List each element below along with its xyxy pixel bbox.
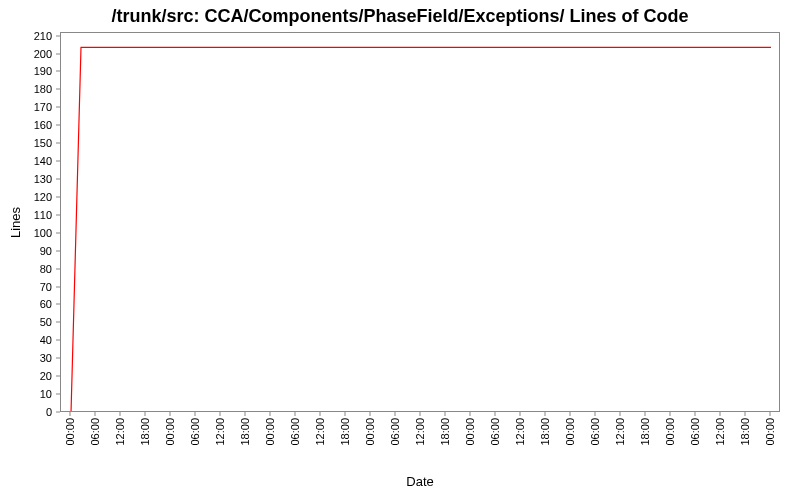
x-tick-label: 06:00 [289,418,301,446]
y-tick-label: 10 [40,388,52,400]
x-tick-mark [120,412,121,416]
x-tick-mark [520,412,521,416]
x-tick-mark [270,412,271,416]
x-tick-label: 06:00 [189,418,201,446]
y-tick-label: 210 [34,30,52,42]
y-tick-label: 160 [34,119,52,131]
x-tick-label: 06:00 [689,418,701,446]
y-tick-label: 50 [40,316,52,328]
y-tick-label: 60 [40,298,52,310]
y-tick-label: 200 [34,48,52,60]
x-tick-label: 12:00 [314,418,326,446]
x-tick-mark [70,412,71,416]
x-tick-mark [570,412,571,416]
x-tick-label: 12:00 [614,418,626,446]
x-tick-label: 18:00 [239,418,251,446]
y-tick-label: 110 [34,209,52,221]
x-tick-mark [670,412,671,416]
y-tick-label: 130 [34,173,52,185]
x-tick-label: 00:00 [764,418,776,446]
x-tick-mark [295,412,296,416]
plot-area [60,32,780,412]
x-tick-mark [445,412,446,416]
y-tick-label: 20 [40,370,52,382]
y-tick-label: 80 [40,263,52,275]
x-tick-label: 00:00 [264,418,276,446]
x-tick-label: 06:00 [489,418,501,446]
x-tick-label: 06:00 [389,418,401,446]
x-tick-mark [470,412,471,416]
x-tick-label: 00:00 [564,418,576,446]
x-tick-label: 18:00 [339,418,351,446]
x-tick-label: 18:00 [139,418,151,446]
y-tick-label: 30 [40,352,52,364]
x-tick-label: 18:00 [639,418,651,446]
x-tick-label: 18:00 [739,418,751,446]
y-tick-label: 180 [34,83,52,95]
y-tick-label: 150 [34,137,52,149]
x-tick-mark [695,412,696,416]
x-tick-label: 00:00 [364,418,376,446]
y-tick-label: 120 [34,191,52,203]
y-tick-label: 0 [46,406,52,418]
y-axis-ticks: 0102030405060708090100110120130140150160… [0,32,56,412]
loc-chart: /trunk/src: CCA/Components/PhaseField/Ex… [0,0,800,500]
x-tick-label: 12:00 [214,418,226,446]
x-tick-label: 12:00 [514,418,526,446]
x-tick-mark [220,412,221,416]
x-tick-label: 00:00 [64,418,76,446]
y-tick-label: 140 [34,155,52,167]
y-tick-label: 90 [40,245,52,257]
x-tick-label: 12:00 [414,418,426,446]
x-tick-mark [195,412,196,416]
x-tick-mark [595,412,596,416]
x-tick-label: 06:00 [89,418,101,446]
x-tick-label: 06:00 [589,418,601,446]
x-tick-mark [145,412,146,416]
x-tick-label: 18:00 [539,418,551,446]
x-tick-label: 00:00 [664,418,676,446]
x-axis-ticks: 00:0006:0012:0018:0000:0006:0012:0018:00… [60,412,780,472]
y-tick-label: 170 [34,101,52,113]
x-tick-label: 18:00 [439,418,451,446]
x-tick-mark [395,412,396,416]
x-tick-label: 12:00 [714,418,726,446]
x-tick-mark [320,412,321,416]
y-tick-label: 100 [34,227,52,239]
x-tick-mark [345,412,346,416]
y-tick-label: 40 [40,334,52,346]
x-tick-label: 00:00 [464,418,476,446]
x-tick-mark [420,412,421,416]
chart-title: /trunk/src: CCA/Components/PhaseField/Ex… [0,6,800,27]
plot-svg [61,33,780,412]
x-tick-mark [170,412,171,416]
x-tick-label: 00:00 [164,418,176,446]
y-tick-label: 190 [34,65,52,77]
x-axis-label: Date [60,474,780,489]
x-tick-mark [495,412,496,416]
x-tick-mark [770,412,771,416]
x-tick-mark [245,412,246,416]
x-tick-mark [720,412,721,416]
x-tick-mark [545,412,546,416]
x-tick-mark [645,412,646,416]
x-tick-mark [745,412,746,416]
x-tick-mark [370,412,371,416]
series-lines-of-code [71,47,771,412]
x-tick-label: 12:00 [114,418,126,446]
x-tick-mark [95,412,96,416]
x-tick-mark [620,412,621,416]
y-tick-label: 70 [40,281,52,293]
